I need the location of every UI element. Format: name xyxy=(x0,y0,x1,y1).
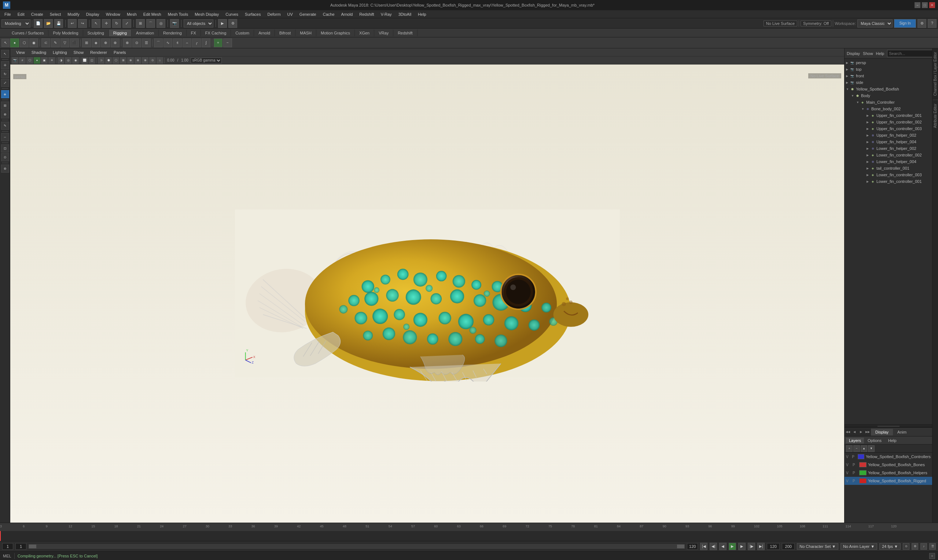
outliner-item[interactable]: ▼⬟Body xyxy=(844,92,932,99)
workspace-dropdown[interactable]: Maya Classic xyxy=(857,19,893,28)
vp-grid-icon[interactable]: # xyxy=(19,57,26,64)
menu-mesh-tools[interactable]: Mesh Tools xyxy=(165,11,191,17)
scroll-left-btn[interactable]: ◀◀ xyxy=(844,428,851,436)
tab-custom[interactable]: Custom xyxy=(231,30,254,36)
vp-dof-icon[interactable]: ◉ xyxy=(72,57,79,64)
modeling-dropdown[interactable]: Modeling Rigging Animation xyxy=(2,19,31,28)
maximize-button[interactable]: □ xyxy=(922,2,928,8)
display-tab[interactable]: Display xyxy=(871,429,893,435)
expand-arrow[interactable]: ▶ xyxy=(867,114,870,117)
outliner-item[interactable]: ▶◈Upper_fin_controller_001 xyxy=(844,112,932,119)
step-back-btn[interactable]: ◀| xyxy=(710,543,717,550)
prev-frame-btn[interactable]: ◀ xyxy=(719,543,726,550)
minimize-button[interactable]: – xyxy=(915,2,920,8)
range-end-input[interactable]: 120 xyxy=(687,543,698,550)
layer-color-swatch[interactable] xyxy=(859,462,867,467)
menu-edit-mesh[interactable]: Edit Mesh xyxy=(140,11,164,17)
expand-arrow[interactable]: ▶ xyxy=(867,127,870,131)
soft-mod-btn[interactable]: ⊕ xyxy=(1,110,9,118)
renderer-menu[interactable]: Renderer xyxy=(87,49,110,55)
snap-point-icon[interactable]: ◎ xyxy=(157,19,165,28)
outliner-item[interactable]: ▼⬟Yellow_Spotted_Boxfish xyxy=(844,86,932,92)
layer-row[interactable]: V P Yellow_Spotted_Boxfish_Rigged xyxy=(844,477,932,485)
menu-mesh-display[interactable]: Mesh Display xyxy=(192,11,222,17)
outliner-item[interactable]: ▶◈Lower_fin_controller_001 xyxy=(844,178,932,185)
scroll-last-btn[interactable]: ▶▶ xyxy=(864,428,871,436)
prop-select-icon[interactable]: ▽ xyxy=(60,38,69,47)
measure-btn[interactable]: ↔ xyxy=(1,133,9,141)
expand-arrow[interactable]: ▶ xyxy=(867,180,870,183)
menu-create[interactable]: Create xyxy=(28,11,46,17)
layer-p-toggle[interactable]: P xyxy=(853,471,858,475)
snap-grid-icon[interactable]: ⊞ xyxy=(136,19,145,28)
outliner-item[interactable]: ▶⊛Upper_fin_helper_002 xyxy=(844,132,932,138)
curve-icon1[interactable]: ⌒ xyxy=(154,38,163,47)
expand-arrow[interactable]: ▶ xyxy=(867,140,870,144)
snap-btn[interactable]: ⊛ xyxy=(1,165,9,172)
vp-nurbs-icon[interactable]: ⊃ xyxy=(98,57,105,64)
layer-color-swatch[interactable] xyxy=(858,454,864,459)
component-icon[interactable]: ⬡ xyxy=(20,38,29,47)
expand-arrow[interactable]: ▼ xyxy=(846,88,850,91)
vp-texture-icon[interactable]: ▣ xyxy=(41,57,48,64)
outliner-item[interactable]: ▶◈Upper_fin_controller_003 xyxy=(844,125,932,132)
outliner-item[interactable]: ▼⊛Bone_body_002 xyxy=(844,106,932,112)
no-character-set-btn[interactable]: No Character Set ▼ xyxy=(797,543,838,550)
tab-vray[interactable]: VRay xyxy=(374,30,393,36)
scale-tool-icon[interactable]: ⤢ xyxy=(122,19,131,28)
menu-help[interactable]: Help xyxy=(415,11,429,17)
layer-up-btn[interactable]: ▲ xyxy=(861,445,867,452)
vp-camera-icon[interactable]: 📷 xyxy=(12,57,18,64)
outliner-item[interactable]: ▶📷front xyxy=(844,72,932,79)
expand-arrow[interactable]: ▶ xyxy=(867,167,870,170)
layer-color-swatch[interactable] xyxy=(859,478,867,483)
help-label-top[interactable]: Help xyxy=(876,51,884,56)
ik-icon[interactable]: ⊙ xyxy=(132,38,141,47)
range-start-input[interactable]: 1 xyxy=(15,543,26,550)
rotate-tool-btn[interactable]: ↻ xyxy=(1,70,9,78)
lighting-menu[interactable]: Lighting xyxy=(50,49,70,55)
outliner-item[interactable]: ▶📷side xyxy=(844,79,932,86)
layer-p-toggle[interactable]: P xyxy=(853,479,858,483)
current-frame-input[interactable]: 1 xyxy=(2,543,13,550)
no-live-surface-badge[interactable]: No Live Surface xyxy=(764,20,797,26)
outliner-item[interactable]: ▶◈Lower_fin_controller_003 xyxy=(844,172,932,178)
vp-wireframe-icon[interactable]: ⬡ xyxy=(26,57,33,64)
cluster-icon[interactable]: ◈ xyxy=(92,38,100,47)
menu-generate[interactable]: Generate xyxy=(297,11,319,17)
menu-modify[interactable]: Modify xyxy=(65,11,82,17)
undo-icon[interactable]: ↩ xyxy=(68,19,77,28)
menu-v-ray[interactable]: V-Ray xyxy=(378,11,395,17)
layer-v-toggle[interactable]: V xyxy=(846,479,851,483)
shading-menu[interactable]: Shading xyxy=(29,49,49,55)
help-icon[interactable]: ? xyxy=(928,19,936,28)
go-start-btn[interactable]: |◀ xyxy=(700,543,707,550)
all-objects-dropdown[interactable]: All objects xyxy=(184,19,213,28)
symmetry-off-badge[interactable]: Symmetry: Off xyxy=(801,20,831,26)
timeline-ruler[interactable]: 3691215182124273033363942454851545760636… xyxy=(0,523,938,531)
camera-icon[interactable]: 📷 xyxy=(170,19,179,28)
layer-row[interactable]: V P Yellow_Spotted_Boxfish_Bones xyxy=(844,461,932,469)
expand-arrow[interactable]: ▶ xyxy=(846,74,850,78)
jiggle-icon[interactable]: ⊕ xyxy=(101,38,110,47)
paint-select-icon[interactable]: ✎ xyxy=(51,38,60,47)
snap-curve-icon[interactable]: ⌒ xyxy=(146,19,155,28)
auto-key-btn[interactable]: ⊙ xyxy=(903,543,909,550)
outliner-item[interactable]: ▶📷persp xyxy=(844,59,932,66)
menu-deform[interactable]: Deform xyxy=(264,11,283,17)
expand-arrow[interactable]: ▶ xyxy=(867,121,870,124)
vp-light-icon[interactable]: ☀ xyxy=(48,57,55,64)
new-layer-btn[interactable]: + xyxy=(846,445,853,452)
play-btn[interactable]: ▶ xyxy=(729,543,736,550)
vp-ao-icon[interactable]: ◎ xyxy=(65,57,71,64)
joint-icon[interactable]: ⊗ xyxy=(123,38,132,47)
expand-arrow[interactable]: ▶ xyxy=(867,154,870,157)
tab-curves---surfaces[interactable]: Curves / Surfaces xyxy=(7,30,48,36)
vp-ctrls-icon[interactable]: ⊗ xyxy=(142,57,148,64)
anim-start-input[interactable]: 120 xyxy=(767,543,780,550)
layer-v-toggle[interactable]: V xyxy=(846,471,851,475)
step-forward-btn[interactable]: |▶ xyxy=(748,543,755,550)
menu-edit[interactable]: Edit xyxy=(15,11,28,17)
menu-display[interactable]: Display xyxy=(83,11,102,17)
layer-p-toggle[interactable]: P xyxy=(852,455,856,459)
